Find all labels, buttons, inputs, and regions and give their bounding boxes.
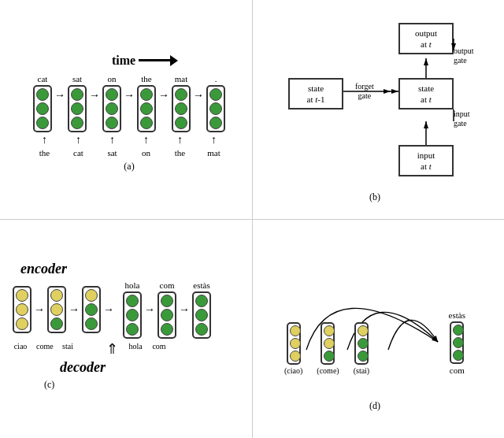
blabel-stai: stai: [60, 342, 76, 351]
circle-3: [71, 117, 83, 129]
dlabel-hola-top: hola: [125, 280, 140, 290]
circle-3: [140, 117, 153, 129]
target-cell-group: estàs com: [449, 310, 465, 375]
dlabel-estas-top: estàs: [193, 280, 209, 290]
up-arrow-1: ↑: [42, 134, 47, 147]
enc-arr-3: →: [103, 303, 114, 316]
tl-sat: [68, 85, 87, 132]
circle-3: [175, 117, 187, 129]
up-arrow-5: ↑: [177, 134, 183, 147]
circle-2: [140, 102, 153, 115]
enc-stai: [82, 286, 101, 333]
c1: [324, 325, 335, 336]
c1: [453, 325, 464, 336]
panel-b: outputat t stateat t-1 stateat t inputat…: [252, 6, 498, 219]
panel-d-label: (d): [369, 400, 380, 412]
tl-dot: [206, 85, 225, 132]
circle-2: [106, 102, 118, 115]
c2: [85, 303, 98, 316]
c1: [16, 289, 28, 302]
circle-2: [36, 102, 49, 115]
cell-mat: mat: [172, 74, 191, 132]
blabel-com: com: [151, 342, 167, 351]
arrow-3: →: [124, 89, 135, 102]
c3: [85, 317, 98, 330]
circle-2: [209, 102, 222, 115]
panel-d: (ciao) (come): [252, 219, 498, 432]
target-output-label: estàs: [449, 310, 465, 320]
blabel-hola: hola: [128, 342, 143, 351]
up-arrow-3: ↑: [109, 134, 115, 147]
c3: [195, 323, 208, 336]
c2: [126, 309, 139, 321]
time-label: time: [112, 54, 178, 68]
dlabel-com-top: com: [160, 280, 175, 290]
enc-dec-bottom-labels: ciao come stai ⇑ hola com: [13, 342, 211, 356]
src-label-come: (come): [317, 366, 339, 375]
c3: [16, 317, 28, 330]
c1: [50, 289, 63, 302]
c3: [324, 351, 335, 362]
cell-on: on: [102, 74, 121, 132]
circle-3: [36, 117, 49, 129]
up-arrows-row: ↑ ↑ ↑ ↑ ↑ ↑: [32, 134, 227, 147]
blabel-5: the: [167, 148, 193, 158]
cell-dot: .: [206, 74, 225, 132]
decoder-arrow-group: ⇑: [104, 342, 120, 356]
tl-target: [450, 321, 464, 364]
up-arrow-4: ↑: [143, 134, 149, 147]
c1: [195, 295, 208, 307]
enc-arr-1: →: [34, 303, 45, 316]
circle-1: [71, 88, 83, 101]
label-mat: mat: [175, 74, 188, 84]
enc-arr-2: →: [69, 303, 80, 316]
circle-2: [175, 102, 187, 115]
attn-ciao: (ciao): [284, 322, 302, 375]
tl-the: [137, 85, 156, 132]
cell-the: the: [137, 74, 156, 132]
blabel-3: sat: [99, 148, 125, 158]
blabel-ciao: ciao: [13, 342, 28, 351]
tl-dec-hola: [123, 291, 142, 339]
label-the: the: [141, 74, 151, 84]
lstm-diagram: outputat t stateat t-1 stateat t inputat…: [288, 23, 461, 188]
c3: [161, 323, 173, 336]
cell-sat: sat: [68, 74, 87, 132]
circle-3: [209, 117, 222, 129]
circle-1: [140, 88, 153, 101]
panel-a: time cat → sat: [6, 6, 252, 219]
c2: [324, 338, 335, 349]
time-arrow: [139, 55, 178, 66]
c1: [126, 295, 139, 307]
output-gate-label: outputgate: [454, 46, 474, 65]
decoder-up-arrow: ⇑: [106, 342, 118, 356]
up-arrow-6: ↑: [211, 134, 217, 147]
c2: [16, 303, 28, 316]
circle-1: [36, 88, 49, 101]
c3: [358, 351, 369, 362]
main-container: time cat → sat: [0, 0, 504, 438]
forget-gate-label: forgetgate: [355, 82, 374, 101]
attn-stai: (stai): [354, 322, 370, 375]
dec-hola: hola: [123, 280, 142, 339]
c2: [453, 337, 464, 348]
arrow-4: →: [158, 89, 169, 102]
label-cat: cat: [38, 74, 48, 84]
source-cells-row: (ciao) (come): [284, 322, 369, 375]
c3: [290, 351, 301, 362]
dec-estas: estàs: [192, 280, 211, 339]
c2: [161, 309, 173, 321]
state-t1-box: stateat t-1: [288, 78, 343, 110]
tl-enc-stai: [82, 286, 101, 333]
tl-cat: [33, 85, 52, 132]
tl-attn-come: [321, 322, 335, 365]
c3: [126, 323, 139, 336]
tl-on: [102, 85, 121, 132]
panel-c-label: (c): [44, 379, 54, 391]
blabel-1: the: [32, 148, 57, 158]
blabel-4: on: [133, 148, 159, 158]
c3: [453, 350, 464, 361]
input-gate-label: inputgate: [454, 110, 470, 128]
dec-arr-2: →: [179, 303, 190, 316]
cell-cat: cat: [33, 74, 52, 132]
